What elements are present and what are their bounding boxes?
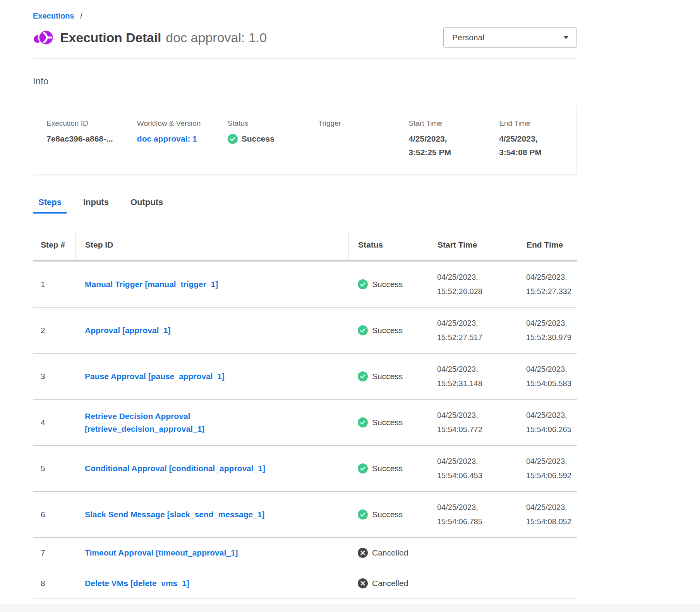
step-number: 3 xyxy=(33,363,75,390)
status-label: Status xyxy=(228,119,296,128)
table-row: 3 Pause Approval [pause_approval_1] Succ… xyxy=(33,354,577,400)
breadcrumb-separator: / xyxy=(80,12,82,20)
status-text: Success xyxy=(372,280,403,289)
col-start-time: Start Time xyxy=(428,231,517,260)
workspace-dropdown-value: Personal xyxy=(452,33,484,42)
step-id-link[interactable]: Retrieve Decision Approval [retrieve_dec… xyxy=(85,410,302,436)
info-divider xyxy=(33,93,577,93)
success-icon xyxy=(358,463,368,474)
step-end-time: 04/25/2023, 15:54:06.592 xyxy=(517,446,577,491)
step-start-time: 04/25/2023, 15:52:27.517 xyxy=(428,308,517,353)
step-end-time: 04/25/2023, 15:54:05.583 xyxy=(517,354,577,399)
step-id-link[interactable]: Manual Trigger [manual_trigger_1] xyxy=(85,278,218,291)
step-end-time: 04/25/2023, 15:54:06.265 xyxy=(517,400,577,445)
step-number: 7 xyxy=(33,540,75,566)
step-start-time: 04/25/2023, 15:54:05.772 xyxy=(428,400,517,445)
start-time-label: Start Time xyxy=(408,119,477,128)
table-row: 7 Timeout Approval [timeout_approval_1] … xyxy=(33,538,577,568)
status-text: Success xyxy=(372,372,403,381)
trigger-label: Trigger xyxy=(318,119,386,128)
step-start-time xyxy=(428,544,517,561)
end-time-label: End Time xyxy=(499,119,567,128)
status-text: Success xyxy=(372,326,403,335)
steps-table-header: Step # Step ID Status Start Time End Tim… xyxy=(33,231,577,262)
status-cell: Success xyxy=(348,317,428,344)
step-start-time: 04/25/2023, 15:52:31.148 xyxy=(428,354,517,399)
step-id-link[interactable]: Pause Approval [pause_approval_1] xyxy=(85,370,225,383)
step-id-link[interactable]: Timeout Approval [timeout_approval_1] xyxy=(85,546,238,559)
success-icon xyxy=(358,417,368,427)
step-end-time: 04/25/2023, 15:52:30.979 xyxy=(517,308,577,353)
bottom-strip xyxy=(0,604,700,612)
step-id-link[interactable]: Slack Send Message [slack_send_message_1… xyxy=(85,508,265,521)
table-row: 4 Retrieve Decision Approval [retrieve_d… xyxy=(33,400,577,446)
step-id-link[interactable]: Approval [approval_1] xyxy=(85,324,171,337)
step-start-time: 04/25/2023, 15:52:26.028 xyxy=(428,262,517,307)
chevron-down-icon xyxy=(563,36,569,39)
success-icon xyxy=(358,371,368,381)
step-start-time xyxy=(428,575,517,592)
step-end-time xyxy=(517,575,577,592)
execution-info-card: Execution ID 7e8ac396-a868-... Workflow … xyxy=(33,105,577,175)
step-start-time: 04/25/2023, 15:54:06.453 xyxy=(428,446,517,491)
cancelled-icon xyxy=(358,548,368,558)
execution-id-value: 7e8ac396-a868-... xyxy=(46,132,115,146)
breadcrumb: Executions / xyxy=(33,0,577,21)
info-section-heading: Info xyxy=(33,76,577,87)
workflow-version-link[interactable]: doc approval: 1 xyxy=(137,134,197,143)
status-text: Cancelled xyxy=(372,548,408,557)
step-number: 8 xyxy=(33,570,75,597)
success-icon xyxy=(358,279,368,289)
step-id-link[interactable]: Conditional Approval [conditional_approv… xyxy=(85,462,265,475)
end-time-value: 4/25/2023, 3:54:08 PM xyxy=(499,132,567,159)
status-cell: Cancelled xyxy=(348,539,428,566)
status-cell: Success xyxy=(348,363,428,390)
status-cell: Success xyxy=(348,501,428,528)
table-row: 8 Delete VMs [delete_vms_1] Cancelled xyxy=(33,568,577,599)
table-row: 5 Conditional Approval [conditional_appr… xyxy=(33,446,577,492)
step-end-time xyxy=(517,544,577,561)
status-cell: Success xyxy=(348,409,428,436)
status-value: Success xyxy=(242,132,275,146)
workspace-dropdown[interactable]: Personal xyxy=(443,27,577,48)
page-subtitle: doc approval: 1.0 xyxy=(166,30,267,45)
col-step-num: Step # xyxy=(33,231,75,260)
status-cell: Success xyxy=(348,271,428,298)
table-row: 2 Approval [approval_1] Success 04/25/20… xyxy=(33,308,577,354)
steps-table-body: 1 Manual Trigger [manual_trigger_1] Succ… xyxy=(33,262,577,598)
status-text: Success xyxy=(372,510,403,519)
col-end-time: End Time xyxy=(517,231,577,260)
step-start-time: 04/25/2023, 15:54:06.785 xyxy=(428,492,517,537)
cancelled-icon xyxy=(358,578,368,588)
tab-steps[interactable]: Steps xyxy=(33,197,67,213)
status-cell: Cancelled xyxy=(348,570,428,597)
status-cell: Success xyxy=(348,455,428,482)
step-number: 5 xyxy=(33,455,75,482)
success-icon xyxy=(228,134,238,144)
page-header: Execution Detail doc approval: 1.0 Perso… xyxy=(33,27,577,48)
step-end-time: 04/25/2023, 15:52:27.332 xyxy=(517,262,577,307)
status-text: Success xyxy=(372,418,403,427)
tab-inputs[interactable]: Inputs xyxy=(78,197,114,213)
step-number: 2 xyxy=(33,317,75,344)
detail-tabs: Steps Inputs Outputs xyxy=(33,197,577,213)
table-row: 1 Manual Trigger [manual_trigger_1] Succ… xyxy=(33,262,577,308)
col-step-id: Step ID xyxy=(75,231,348,260)
workflow-brand-icon xyxy=(33,27,55,48)
step-number: 6 xyxy=(33,501,75,528)
col-status: Status xyxy=(348,231,428,260)
step-id-link[interactable]: Delete VMs [delete_vms_1] xyxy=(85,577,189,590)
steps-table: Step # Step ID Status Start Time End Tim… xyxy=(33,231,577,598)
success-icon xyxy=(358,325,368,335)
step-number: 4 xyxy=(33,409,75,436)
status-text: Cancelled xyxy=(372,579,408,588)
step-end-time: 04/25/2023, 15:54:08.052 xyxy=(517,492,577,537)
step-number: 1 xyxy=(33,271,75,297)
header-divider xyxy=(33,58,577,59)
success-icon xyxy=(358,509,368,520)
start-time-value: 4/25/2023, 3:52:25 PM xyxy=(408,132,477,159)
tab-outputs[interactable]: Outputs xyxy=(125,197,168,213)
workflow-version-label: Workflow & Version xyxy=(137,119,205,128)
execution-id-label: Execution ID xyxy=(46,119,115,128)
breadcrumb-executions-link[interactable]: Executions xyxy=(33,12,74,20)
